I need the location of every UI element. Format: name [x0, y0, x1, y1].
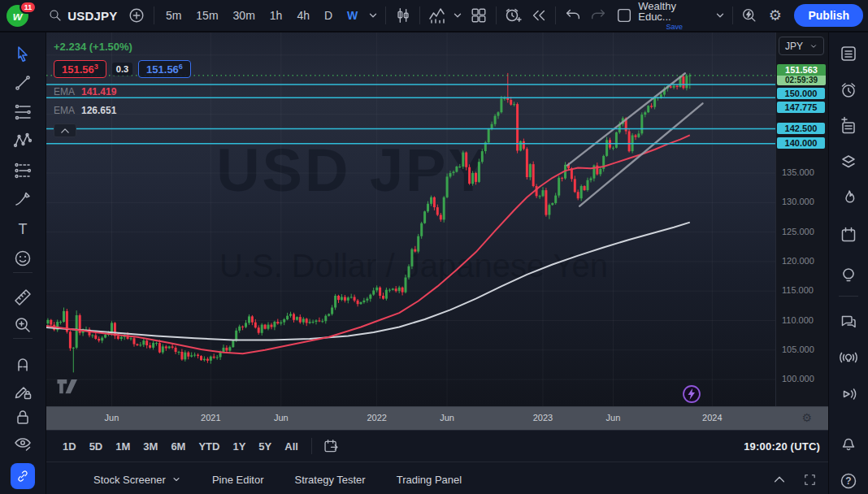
trend-line-tool-icon[interactable]: [13, 73, 33, 93]
help-icon[interactable]: ?: [839, 471, 858, 491]
price-axis[interactable]: JPY 135.000130.000125.000120.000115.0001…: [775, 32, 828, 406]
drawing-toolbar: T: [0, 32, 46, 494]
chart-plot[interactable]: USD JPY U.S. Dollar / Japanese Yen +2.23…: [46, 32, 775, 406]
tab-stock-screener[interactable]: Stock Screener: [93, 474, 181, 486]
range-6M[interactable]: 6M: [164, 436, 192, 457]
tab-trading-panel[interactable]: Trading Panel: [397, 474, 462, 486]
buy-button[interactable]: 151.566: [138, 60, 191, 78]
price-grid-label: 115.000: [782, 285, 814, 295]
indicators-chevron-icon[interactable]: [450, 3, 467, 28]
save-label: Save: [666, 24, 683, 31]
layout-name-menu[interactable]: Wealthy Educ... Save: [638, 1, 710, 31]
range-group: 1D5D1M3M6MYTD1Y5YAll: [56, 436, 305, 457]
range-YTD[interactable]: YTD: [192, 436, 226, 457]
tab-pine-editor[interactable]: Pine Editor: [212, 474, 264, 486]
fib-retracement-tool-icon[interactable]: [13, 102, 33, 122]
price-change: +2.234 (+1.50%): [54, 41, 191, 53]
sell-button[interactable]: 151.563: [54, 60, 106, 78]
range-1D[interactable]: 1D: [56, 436, 83, 457]
alerts-icon[interactable]: [839, 80, 858, 100]
watchlist-icon[interactable]: [839, 44, 858, 63]
link-drawings-button[interactable]: [11, 463, 35, 489]
news-notes-icon[interactable]: [839, 116, 858, 136]
notifications-bell-icon[interactable]: [839, 433, 858, 453]
timeframe-30m[interactable]: 30m: [226, 3, 263, 28]
price-grid-label: 100.000: [782, 374, 814, 384]
divider: [311, 438, 312, 454]
timeframe-1h[interactable]: 1h: [263, 3, 290, 28]
indicators-icon[interactable]: [424, 3, 449, 28]
chart-column: USD JPY U.S. Dollar / Japanese Yen +2.23…: [46, 32, 828, 494]
lock-all-drawings-icon[interactable]: [13, 408, 33, 427]
range-5D[interactable]: 5D: [83, 436, 110, 457]
calendar-icon[interactable]: [839, 225, 858, 245]
compare-add-icon[interactable]: [124, 3, 150, 28]
ideas-icon[interactable]: [839, 265, 858, 284]
settings-gear-icon[interactable]: ⚙: [762, 3, 788, 28]
measure-tool-icon[interactable]: [13, 288, 33, 307]
emoji-tool-icon[interactable]: [13, 249, 33, 268]
cursor-tool-icon[interactable]: [13, 45, 33, 64]
streams-icon[interactable]: [839, 384, 858, 404]
save-layout-icon[interactable]: [611, 3, 636, 28]
drawing-mode-lock-icon[interactable]: [13, 382, 33, 401]
timeframe-15m[interactable]: 15m: [189, 3, 225, 28]
price-grid-label: 125.000: [782, 227, 814, 236]
currency-dropdown[interactable]: JPY: [779, 37, 824, 55]
boost-button[interactable]: [682, 384, 701, 406]
zoom-in-tool-icon[interactable]: [13, 315, 33, 335]
price-level-label: 142.500: [777, 123, 825, 134]
indicator-row[interactable]: EMA 141.419: [54, 86, 191, 98]
timeframe-5m[interactable]: 5m: [158, 3, 189, 28]
brush-tool-icon[interactable]: [13, 190, 33, 210]
magnet-tool-icon[interactable]: [13, 354, 33, 374]
time-axis-label: Jun: [95, 413, 128, 422]
symbol-search[interactable]: USDJPY: [41, 3, 124, 28]
redo-icon[interactable]: [586, 3, 611, 28]
object-tree-icon[interactable]: [839, 152, 858, 171]
timeframe-4h[interactable]: 4h: [289, 3, 317, 28]
timeframe-W[interactable]: W: [340, 3, 365, 28]
undo-icon[interactable]: [560, 3, 585, 28]
range-All[interactable]: All: [278, 436, 305, 457]
alert-add-icon[interactable]: [501, 3, 526, 28]
axis-settings-icon[interactable]: ⚙: [801, 411, 812, 424]
layout-chevron-icon[interactable]: [712, 3, 728, 28]
time-axis-label: 2022: [361, 413, 393, 422]
price-grid-label: 130.000: [782, 197, 814, 206]
indicator-row[interactable]: EMA 126.651: [54, 105, 191, 116]
tradingview-logo[interactable]: [56, 379, 82, 398]
user-menu-button[interactable]: w 11: [7, 3, 33, 28]
timeframe-D[interactable]: D: [317, 3, 340, 28]
chart-style-icon[interactable]: [390, 3, 415, 28]
minds-icon[interactable]: [839, 348, 858, 367]
hotlist-icon[interactable]: [839, 188, 858, 208]
projection-tool-icon[interactable]: [13, 161, 33, 180]
clock-utc[interactable]: 19:00:20 (UTC): [744, 440, 822, 453]
range-5Y[interactable]: 5Y: [252, 436, 278, 457]
bar-replay-icon[interactable]: [526, 3, 551, 28]
chat-icon[interactable]: [839, 312, 858, 332]
publish-button[interactable]: Publish: [794, 4, 863, 27]
range-1Y[interactable]: 1Y: [226, 436, 252, 457]
layout-name: Wealthy Educ...: [638, 1, 710, 22]
time-axis[interactable]: Jun2021Jun2022Jun2023Jun2024 ⚙: [46, 406, 828, 430]
notification-count-badge: 11: [20, 1, 37, 14]
hide-drawings-icon[interactable]: [13, 434, 33, 453]
pattern-tool-icon[interactable]: [13, 132, 33, 151]
legend-collapse-button[interactable]: [54, 124, 76, 137]
text-tool-icon[interactable]: T: [13, 219, 33, 239]
range-1M[interactable]: 1M: [109, 436, 137, 457]
chart-legend: +2.234 (+1.50%) 151.563 0.3 151.566 EMA …: [54, 41, 191, 137]
quick-search-icon[interactable]: [737, 3, 762, 28]
layout-grid-icon[interactable]: [466, 3, 491, 28]
go-to-date-icon[interactable]: [319, 434, 345, 458]
timeframe-chevron-icon[interactable]: [365, 3, 381, 28]
panel-expand-icon[interactable]: [772, 472, 787, 487]
spread-value: 0.3: [112, 63, 132, 76]
price-level-label: 147.775: [777, 102, 825, 113]
panel-maximize-icon[interactable]: [803, 473, 817, 487]
range-3M[interactable]: 3M: [137, 436, 164, 457]
price-level-label: 140.000: [777, 137, 825, 149]
tab-strategy-tester[interactable]: Strategy Tester: [294, 474, 365, 486]
